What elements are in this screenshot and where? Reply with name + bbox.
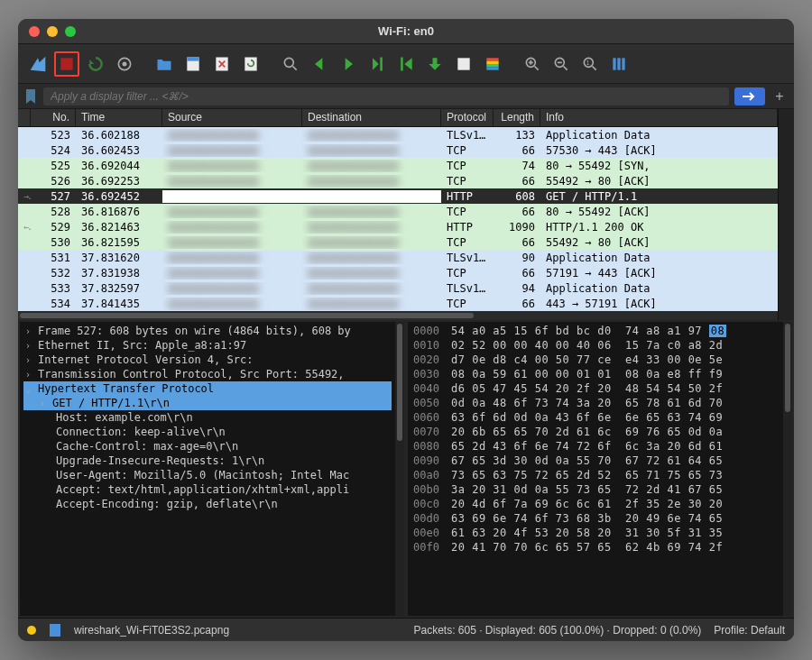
packet-row[interactable]: 52636.692253xxxxxxxxxxxxxxxxxxxxxxxxxxxx… — [18, 173, 778, 188]
hex-row[interactable]: 00b03a 20 31 0d 0a 55 73 65 72 2d 41 67 … — [413, 482, 778, 497]
first-packet-icon[interactable] — [393, 51, 419, 77]
expert-info-icon[interactable] — [27, 626, 36, 635]
packet-row[interactable]: 53237.831938xxxxxxxxxxxxxxxxxxxxxxxxxxxx… — [18, 265, 778, 280]
hex-row[interactable]: 007020 6b 65 65 70 2d 61 6c 69 76 65 0d … — [413, 425, 778, 439]
tree-item[interactable]: ›Ethernet II, Src: Apple_a8:a1:97 — [23, 338, 392, 353]
open-file-icon[interactable] — [152, 51, 177, 77]
packet-row[interactable]: 52436.602453xxxxxxxxxxxxxxxxxxxxxxxxxxxx… — [18, 142, 778, 158]
packet-row[interactable]: 53437.841435xxxxxxxxxxxxxxxxxxxxxxxxxxxx… — [18, 296, 778, 311]
tree-item[interactable]: ›GET / HTTP/1.1\r\n — [23, 396, 392, 410]
capture-options-icon[interactable] — [112, 51, 137, 77]
packet-row[interactable]: →52736.692452xxxxxxxxxxxxxxxxxxxxxxxxxxx… — [18, 188, 778, 204]
packet-bytes-pane[interactable]: 000054 a0 a5 15 6f bd bc d0 74 a8 a1 97 … — [408, 322, 792, 616]
column-source[interactable]: Source — [162, 109, 302, 126]
hex-row[interactable]: 003008 0a 59 61 00 00 01 01 08 0a e8 ff … — [413, 367, 778, 381]
svg-rect-13 — [486, 60, 498, 63]
tree-item[interactable]: ›Internet Protocol Version 4, Src: — [23, 353, 392, 367]
minimize-window-button[interactable] — [47, 26, 58, 37]
zoom-in-icon[interactable] — [520, 51, 545, 77]
column-protocol[interactable]: Protocol — [441, 109, 494, 126]
column-destination[interactable]: Destination — [302, 109, 441, 126]
tree-item[interactable]: Upgrade-Insecure-Requests: 1\r\n — [23, 454, 392, 468]
traffic-lights — [29, 26, 76, 37]
resize-columns-icon[interactable] — [606, 51, 632, 77]
tree-item[interactable]: Accept-Encoding: gzip, deflate\r\n — [23, 497, 392, 511]
column-no[interactable]: No. — [31, 109, 76, 126]
column-length[interactable]: Length — [494, 109, 540, 126]
start-capture-icon[interactable] — [25, 51, 51, 77]
packet-details-pane[interactable]: ›Frame 527: 608 bytes on wire (4864 bits… — [20, 322, 404, 616]
go-forward-icon[interactable] — [336, 51, 361, 77]
main-toolbar: 1 — [18, 44, 794, 84]
svg-rect-0 — [60, 58, 72, 69]
bytes-vscroll[interactable] — [783, 322, 792, 616]
go-back-icon[interactable] — [307, 51, 332, 77]
hex-row[interactable]: 00e061 63 20 4f 53 20 58 20 31 30 5f 31 … — [413, 526, 778, 540]
packet-list-pane: No. Time Source Destination Protocol Len… — [18, 109, 794, 320]
svg-line-8 — [293, 66, 297, 69]
hex-row[interactable]: 00a073 65 63 75 72 65 2d 52 65 71 75 65 … — [413, 468, 778, 482]
tree-item[interactable]: ⌄Hypertext Transfer Protocol — [23, 381, 392, 396]
colorize-icon[interactable] — [480, 51, 505, 77]
packet-list-header[interactable]: No. Time Source Destination Protocol Len… — [18, 109, 778, 127]
column-info[interactable]: Info — [540, 109, 778, 126]
zoom-out-icon[interactable] — [549, 51, 574, 77]
hex-row[interactable]: 00f020 41 70 70 6c 65 57 65 62 4b 69 74 … — [413, 540, 778, 555]
close-window-button[interactable] — [29, 26, 40, 37]
hex-row[interactable]: 0020d7 0e d8 c4 00 50 77 ce e4 33 00 0e … — [413, 353, 778, 367]
packet-rows[interactable]: 52336.602188xxxxxxxxxxxxxxxxxxxxxxxxxxxx… — [18, 127, 778, 311]
display-filter-bar: + — [18, 84, 794, 109]
packet-row[interactable]: 52836.816876xxxxxxxxxxxxxxxxxxxxxxxxxxxx… — [18, 204, 778, 219]
add-filter-button[interactable]: + — [770, 87, 789, 105]
hex-row[interactable]: 00c020 4d 6f 7a 69 6c 6c 61 2f 35 2e 30 … — [413, 497, 778, 511]
profile-label[interactable]: Profile: Default — [714, 624, 785, 637]
column-time[interactable]: Time — [76, 109, 162, 126]
tree-item[interactable]: Connection: keep-alive\r\n — [23, 425, 392, 439]
svg-rect-26 — [613, 58, 615, 69]
hex-row[interactable]: 009067 65 3d 30 0d 0a 55 70 67 72 61 64 … — [413, 454, 778, 468]
bookmark-icon[interactable] — [23, 87, 38, 105]
hex-row[interactable]: 00500d 0a 48 6f 73 74 3a 20 65 78 61 6d … — [413, 396, 778, 410]
save-file-icon[interactable] — [180, 51, 206, 77]
tree-item[interactable]: ›Transmission Control Protocol, Src Port… — [23, 367, 392, 381]
packet-row[interactable]: 53137.831620xxxxxxxxxxxxxxxxxxxxxxxxxxxx… — [18, 250, 778, 265]
packet-minimap[interactable] — [778, 109, 794, 320]
hex-row[interactable]: 00d063 69 6e 74 6f 73 68 3b 20 49 6e 74 … — [413, 511, 778, 526]
hex-row[interactable]: 0040d6 05 47 45 54 20 2f 20 48 54 54 50 … — [413, 381, 778, 396]
find-packet-icon[interactable] — [278, 51, 303, 77]
packet-list-hscroll[interactable] — [18, 311, 778, 320]
apply-filter-button[interactable] — [734, 87, 765, 105]
file-icon — [49, 623, 61, 637]
restart-capture-icon[interactable] — [83, 51, 108, 77]
reload-file-icon[interactable] — [238, 51, 263, 77]
packet-row[interactable]: ←52936.821463xxxxxxxxxxxxxxxxxxxxxxxxxxx… — [18, 219, 778, 234]
svg-rect-6 — [245, 57, 256, 70]
tree-item[interactable]: Accept: text/html,application/xhtml+xml,… — [23, 482, 392, 497]
close-file-icon[interactable] — [209, 51, 235, 77]
tree-item[interactable]: ›Frame 527: 608 bytes on wire (4864 bits… — [23, 324, 392, 338]
hex-row[interactable]: 008065 2d 43 6f 6e 74 72 6f 6c 3a 20 6d … — [413, 439, 778, 454]
capture-file-name[interactable]: wireshark_Wi-FiT0E3S2.pcapng — [74, 624, 229, 637]
hex-row[interactable]: 006063 6f 6d 0d 0a 43 6f 6e 6e 65 63 74 … — [413, 410, 778, 425]
hex-row[interactable]: 001002 52 00 00 40 00 40 06 15 7a c0 a8 … — [413, 338, 778, 353]
packet-row[interactable]: 52336.602188xxxxxxxxxxxxxxxxxxxxxxxxxxxx… — [18, 127, 778, 142]
tree-item[interactable]: Cache-Control: max-age=0\r\n — [23, 439, 392, 454]
zoom-reset-icon[interactable]: 1 — [577, 51, 603, 77]
svg-rect-28 — [622, 58, 624, 69]
tree-item[interactable]: Host: example.com\r\n — [23, 410, 392, 425]
titlebar: Wi-Fi: en0 — [18, 19, 794, 44]
details-vscroll[interactable] — [395, 322, 404, 616]
stop-capture-icon[interactable] — [54, 51, 79, 77]
fullscreen-window-button[interactable] — [65, 26, 76, 37]
packet-row[interactable]: 53036.821595xxxxxxxxxxxxxxxxxxxxxxxxxxxx… — [18, 234, 778, 250]
packet-row[interactable]: 52536.692044xxxxxxxxxxxxxxxxxxxxxxxxxxxx… — [18, 158, 778, 173]
auto-scroll-icon[interactable] — [451, 51, 476, 77]
goto-packet-icon[interactable] — [364, 51, 390, 77]
tree-item[interactable]: User-Agent: Mozilla/5.0 (Macintosh; Inte… — [23, 468, 392, 482]
svg-rect-12 — [486, 58, 498, 60]
hex-row[interactable]: 000054 a0 a5 15 6f bd bc d0 74 a8 a1 97 … — [413, 324, 778, 338]
last-packet-icon[interactable] — [422, 51, 448, 77]
svg-rect-4 — [187, 57, 198, 60]
display-filter-input[interactable] — [43, 87, 729, 105]
packet-row[interactable]: 53337.832597xxxxxxxxxxxxxxxxxxxxxxxxxxxx… — [18, 280, 778, 296]
